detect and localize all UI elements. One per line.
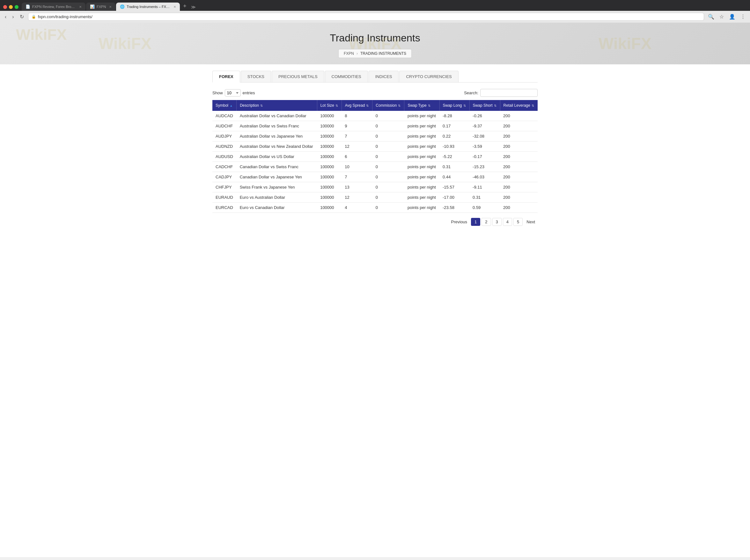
cell-symbol: EURCAD — [212, 203, 237, 213]
profile-icon[interactable]: 👤 — [728, 13, 736, 20]
cell-swap_short: -15.23 — [469, 162, 500, 172]
cell-swap_type: points per night — [404, 162, 439, 172]
show-label: Show — [212, 90, 223, 95]
page-header: WikiFX WikiFX WikiFX Trading Instruments… — [0, 23, 750, 64]
col-header-symbol[interactable]: Symbol▲ — [212, 100, 237, 111]
cell-description: Euro vs Australian Dollar — [237, 192, 317, 203]
table-row: AUDUSDAustralian Dollar vs US Dollar1000… — [212, 152, 538, 162]
cell-description: Australian Dollar vs Swiss Franc — [237, 121, 317, 131]
tab-bar: 📄FXPN Review, Forex Broker&...✕📊FXPN✕🌐Tr… — [22, 3, 747, 11]
cell-swap_long: -15.57 — [439, 182, 469, 192]
cell-retail_leverage: 200 — [500, 182, 538, 192]
search-box: Search: — [464, 89, 538, 97]
cell-commission: 0 — [372, 172, 404, 182]
cell-retail_leverage: 200 — [500, 121, 538, 131]
cell-avg_spread: 12 — [341, 192, 372, 203]
forward-button[interactable]: › — [11, 13, 15, 20]
tab-favicon: 📊 — [90, 4, 95, 9]
market-tab-stocks[interactable]: STOCKS — [241, 71, 271, 82]
cell-symbol: CHFJPY — [212, 182, 237, 192]
page-button-1[interactable]: 1 — [471, 218, 480, 226]
market-tab-crypto[interactable]: CRYPTO CURRENCIES — [399, 71, 458, 82]
col-header-commission[interactable]: Commission⇅ — [372, 100, 404, 111]
sort-icon-commission: ⇅ — [398, 104, 400, 107]
cell-avg_spread: 7 — [341, 172, 372, 182]
tab-close-icon[interactable]: ✕ — [174, 5, 176, 8]
tab-favicon: 🌐 — [120, 4, 125, 9]
entries-select[interactable]: 102550100 — [225, 89, 241, 97]
market-tab-commodities[interactable]: COMMODITIES — [325, 71, 368, 82]
sort-icon-description: ⇅ — [260, 104, 263, 107]
pagination-previous[interactable]: Previous — [449, 218, 470, 226]
url-bar[interactable]: 🔒 fxpn.com/trading-instruments/ — [28, 13, 704, 21]
cell-lot_size: 100000 — [317, 121, 341, 131]
col-header-swap_type[interactable]: Swap Type⇅ — [404, 100, 439, 111]
page-button-4[interactable]: 4 — [503, 218, 512, 226]
cell-avg_spread: 12 — [341, 141, 372, 152]
bookmark-icon[interactable]: ☆ — [718, 13, 725, 20]
search-input[interactable] — [480, 89, 538, 97]
tab-close-icon[interactable]: ✕ — [109, 5, 112, 8]
cell-commission: 0 — [372, 162, 404, 172]
close-button[interactable] — [3, 5, 7, 9]
table-header: Symbol▲Description⇅Lot Size⇅Avg Spread⇅C… — [212, 100, 538, 111]
back-button[interactable]: ‹ — [3, 13, 8, 20]
cell-symbol: AUDJPY — [212, 131, 237, 141]
page-button-3[interactable]: 3 — [492, 218, 501, 226]
maximize-button[interactable] — [15, 5, 19, 9]
breadcrumb-parent[interactable]: FXPN — [344, 51, 354, 56]
search-label: Search: — [464, 90, 478, 95]
col-header-retail_leverage[interactable]: Retail Leverage⇅ — [500, 100, 538, 111]
cell-commission: 0 — [372, 182, 404, 192]
market-tab-precious_metals[interactable]: PRECIOUS METALS — [272, 71, 324, 82]
browser-tab-tab1[interactable]: 📄FXPN Review, Forex Broker&...✕ — [22, 3, 85, 11]
col-label-retail_leverage: Retail Leverage — [504, 103, 530, 108]
tab-overflow-button[interactable]: ≫ — [191, 4, 196, 9]
col-label-commission: Commission — [376, 103, 397, 108]
col-label-avg_spread: Avg Spread — [345, 103, 365, 108]
table-row: EURCADEuro vs Canadian Dollar10000040poi… — [212, 203, 538, 213]
tab-close-icon[interactable]: ✕ — [79, 5, 82, 8]
menu-icon[interactable]: ⋮ — [739, 13, 747, 20]
tab-title: FXPN Review, Forex Broker&... — [32, 5, 76, 8]
cell-swap_type: points per night — [404, 131, 439, 141]
cell-retail_leverage: 200 — [500, 131, 538, 141]
cell-swap_short: -9.37 — [469, 121, 500, 131]
search-icon[interactable]: 🔍 — [707, 13, 715, 20]
col-header-swap_long[interactable]: Swap Long⇅ — [439, 100, 469, 111]
table-row: AUDCADAustralian Dollar vs Canadian Doll… — [212, 111, 538, 121]
cell-commission: 0 — [372, 141, 404, 152]
cell-lot_size: 100000 — [317, 172, 341, 182]
address-bar: ‹ › ↻ 🔒 fxpn.com/trading-instruments/ 🔍 … — [0, 11, 750, 23]
cell-commission: 0 — [372, 152, 404, 162]
page-button-5[interactable]: 5 — [513, 218, 522, 226]
new-tab-button[interactable]: + — [180, 3, 189, 9]
page-button-2[interactable]: 2 — [481, 218, 491, 226]
col-header-description[interactable]: Description⇅ — [237, 100, 317, 111]
table-row: AUDJPYAustralian Dollar vs Japanese Yen1… — [212, 131, 538, 141]
table-row: CADCHFCanadian Dollar vs Swiss Franc1000… — [212, 162, 538, 172]
pagination-next[interactable]: Next — [524, 218, 538, 226]
market-tab-indices[interactable]: INDICES — [369, 71, 399, 82]
cell-swap_short: 0.59 — [469, 203, 500, 213]
cell-lot_size: 100000 — [317, 111, 341, 121]
reload-button[interactable]: ↻ — [18, 13, 25, 20]
cell-swap_long: 0.17 — [439, 121, 469, 131]
col-header-swap_short[interactable]: Swap Short⇅ — [469, 100, 500, 111]
col-label-swap_short: Swap Short — [473, 103, 493, 108]
table-body: AUDCADAustralian Dollar vs Canadian Doll… — [212, 111, 538, 213]
breadcrumb: FXPN › TRADING INSTRUMENTS — [338, 49, 412, 58]
cell-commission: 0 — [372, 111, 404, 121]
table-row: CADJPYCanadian Dollar vs Japanese Yen100… — [212, 172, 538, 182]
minimize-button[interactable] — [9, 5, 13, 9]
browser-tab-tab3[interactable]: 🌐Trading Instruments – FXPN✕ — [116, 3, 180, 11]
header-row: Symbol▲Description⇅Lot Size⇅Avg Spread⇅C… — [212, 100, 538, 111]
cell-avg_spread: 7 — [341, 131, 372, 141]
browser-tab-tab2[interactable]: 📊FXPN✕ — [86, 3, 115, 11]
cell-symbol: AUDCAD — [212, 111, 237, 121]
col-header-avg_spread[interactable]: Avg Spread⇅ — [341, 100, 372, 111]
tab-title: FXPN — [97, 5, 106, 8]
cell-swap_short: -46.03 — [469, 172, 500, 182]
col-header-lot_size[interactable]: Lot Size⇅ — [317, 100, 341, 111]
market-tab-forex[interactable]: FOREX — [212, 71, 240, 83]
